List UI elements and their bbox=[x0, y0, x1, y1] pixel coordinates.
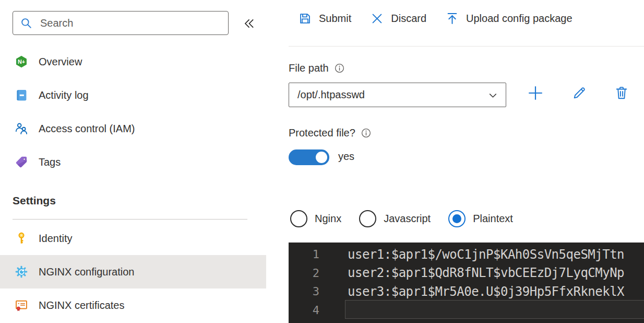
line-number: 3 bbox=[289, 285, 319, 298]
radio-label: Plaintext bbox=[473, 213, 513, 225]
sidebar-item-access-control[interactable]: Access control (IAM) bbox=[0, 112, 266, 145]
radio-label: Javascript bbox=[384, 213, 431, 225]
sidebar-item-label: NGINX certificates bbox=[39, 299, 124, 312]
search-icon bbox=[20, 17, 33, 30]
editor-line[interactable]: 1 user1:$apr1$/woC1jnP$KAh0SsVn5qeSMjTtn bbox=[289, 245, 644, 264]
sidebar-item-label: Activity log bbox=[39, 89, 89, 101]
protected-file-toggle[interactable] bbox=[289, 149, 329, 165]
file-path-label: File path bbox=[289, 62, 345, 74]
sidebar-item-label: NGINX configuration bbox=[39, 266, 134, 278]
pencil-icon bbox=[571, 85, 587, 101]
upload-button-label: Upload config package bbox=[466, 13, 572, 25]
editor-line[interactable]: 3 user3:$apr1$Mr5A0e.U$0j39Hp5FfxRkneklX bbox=[289, 282, 644, 301]
save-icon bbox=[298, 11, 312, 26]
radio-option-javascript[interactable]: Javascript bbox=[359, 210, 431, 227]
line-number: 1 bbox=[289, 248, 319, 261]
command-bar: Submit Discard Upload co bbox=[298, 11, 573, 26]
access-control-icon bbox=[15, 122, 28, 135]
nginx-plus-icon: N+ bbox=[15, 55, 28, 68]
sidebar-item-overview[interactable]: N+ Overview bbox=[0, 45, 266, 78]
sidebar-item-label: Tags bbox=[39, 156, 61, 168]
key-icon bbox=[15, 232, 28, 245]
upload-config-package-button[interactable]: Upload config package bbox=[445, 11, 572, 26]
activity-log-icon bbox=[15, 88, 28, 102]
gear-icon bbox=[15, 265, 28, 279]
submit-button-label: Submit bbox=[319, 13, 351, 25]
info-icon[interactable] bbox=[334, 63, 345, 74]
plus-icon bbox=[527, 84, 544, 102]
edit-file-button[interactable] bbox=[569, 83, 590, 103]
sidebar-item-nginx-configuration[interactable]: NGINX configuration bbox=[0, 255, 266, 289]
editor-line[interactable]: 2 user2:$apr1$QdR8fNLT$vbCEEzDj7LyqCMyNp bbox=[289, 264, 644, 283]
file-path-dropdown[interactable]: /opt/.htpasswd bbox=[289, 83, 506, 107]
toolbar-divider bbox=[289, 46, 644, 47]
line-text: user2:$apr1$QdR8fNLT$vbCEEzDj7LyqCMyNp bbox=[348, 266, 624, 280]
line-text: user3:$apr1$Mr5A0e.U$0j39Hp5FfxRkneklX bbox=[348, 284, 624, 299]
line-number: 2 bbox=[289, 267, 319, 280]
file-path-label-text: File path bbox=[289, 62, 329, 74]
sidebar-menu: N+ Overview Activity log bbox=[0, 45, 266, 179]
add-file-button[interactable] bbox=[525, 83, 546, 103]
double-chevron-left-icon bbox=[242, 16, 256, 31]
search-input[interactable]: Search bbox=[13, 11, 229, 35]
certificate-icon bbox=[15, 298, 28, 312]
sidebar-item-activity-log[interactable]: Activity log bbox=[0, 78, 266, 112]
sidebar-settings-menu: Identity bbox=[0, 222, 266, 322]
radio-label: Nginx bbox=[315, 213, 341, 225]
radio-button[interactable] bbox=[359, 210, 376, 227]
svg-text:N+: N+ bbox=[18, 59, 25, 65]
active-line-highlight bbox=[345, 300, 644, 319]
protected-file-state: yes bbox=[338, 151, 354, 163]
sidebar-item-label: Overview bbox=[39, 56, 82, 68]
sidebar-item-label: Identity bbox=[39, 233, 72, 245]
radio-option-nginx[interactable]: Nginx bbox=[290, 210, 341, 227]
nginx-configuration-page: Search N+ Overview bbox=[0, 0, 644, 323]
toggle-knob bbox=[316, 152, 327, 163]
protected-file-label: Protected file? bbox=[289, 127, 372, 139]
info-icon[interactable] bbox=[361, 128, 372, 139]
sidebar-item-label: Access control (IAM) bbox=[39, 123, 135, 135]
settings-section-header: Settings bbox=[13, 194, 56, 207]
radio-button-selected[interactable] bbox=[448, 210, 466, 227]
tags-icon bbox=[15, 155, 28, 169]
close-x-icon bbox=[370, 11, 384, 26]
sidebar-item-nginx-certificates[interactable]: NGINX certificates bbox=[0, 289, 266, 322]
sidebar-item-tags[interactable]: Tags bbox=[0, 145, 266, 179]
search-placeholder: Search bbox=[40, 17, 73, 29]
delete-file-button[interactable] bbox=[611, 83, 632, 103]
sidebar-item-identity[interactable]: Identity bbox=[0, 222, 266, 255]
submit-button[interactable]: Submit bbox=[298, 11, 351, 26]
radio-button[interactable] bbox=[290, 210, 307, 227]
discard-button[interactable]: Discard bbox=[370, 11, 426, 26]
line-number: 4 bbox=[289, 304, 319, 317]
sidebar-divider bbox=[13, 219, 247, 220]
discard-button-label: Discard bbox=[391, 13, 426, 25]
protected-file-label-text: Protected file? bbox=[289, 127, 355, 139]
language-radio-group: Nginx Javascript Plaintext bbox=[290, 210, 531, 227]
file-path-value: /opt/.htpasswd bbox=[297, 89, 365, 101]
chevron-down-icon bbox=[487, 89, 499, 101]
trash-icon bbox=[614, 85, 629, 101]
upload-icon bbox=[445, 11, 459, 26]
radio-option-plaintext[interactable]: Plaintext bbox=[448, 210, 513, 227]
collapse-sidebar-button[interactable] bbox=[241, 16, 257, 31]
sidebar: Search N+ Overview bbox=[0, 0, 266, 323]
config-file-editor[interactable]: 1 user1:$apr1$/woC1jnP$KAh0SsVn5qeSMjTtn… bbox=[289, 243, 644, 323]
line-text: user1:$apr1$/woC1jnP$KAh0SsVn5qeSMjTtn bbox=[348, 247, 624, 262]
